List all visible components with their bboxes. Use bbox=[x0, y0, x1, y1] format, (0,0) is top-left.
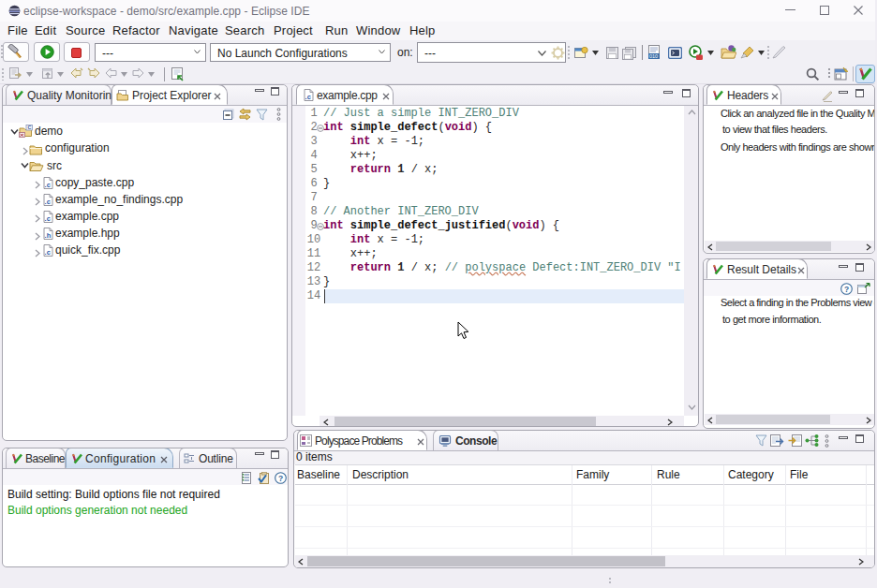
svg-text:C: C bbox=[27, 125, 31, 130]
svg-text:010: 010 bbox=[649, 53, 658, 59]
svg-text:.c: .c bbox=[305, 93, 311, 101]
svg-text:?: ? bbox=[278, 474, 283, 483]
svg-text:.c: .c bbox=[45, 214, 51, 223]
svg-text:.c: .c bbox=[45, 181, 51, 189]
svg-text:.c: .c bbox=[45, 248, 51, 257]
svg-text:?: ? bbox=[844, 285, 849, 294]
svg-text:.h: .h bbox=[45, 231, 52, 240]
svg-text:.c: .c bbox=[45, 198, 51, 206]
